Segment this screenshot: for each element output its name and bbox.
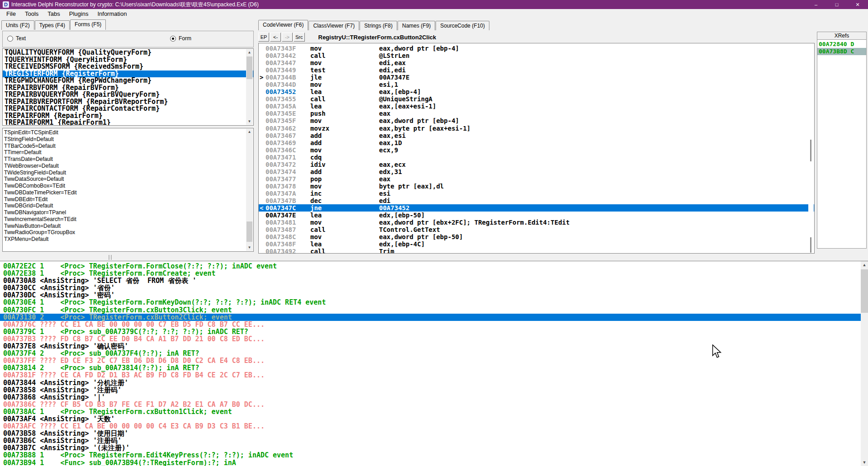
item-row[interactable]: 00A737FF ???? ED CE F3 2C C7 EB D6 D8 D6…	[0, 357, 868, 364]
class-map-item[interactable]: TwwDBComboBox=TEdit	[3, 183, 253, 189]
disasm-row[interactable]: 00A73452leaeax,[ebp-4]	[259, 88, 814, 95]
item-row[interactable]: 00A73B94 1 <Func> sub_00A73B94(?:TRegist…	[0, 459, 868, 466]
menu-plugins[interactable]: Plugins	[65, 9, 93, 19]
disasm-row[interactable]: 00A7345Fmoveax,dword ptr [ebp-4]	[259, 117, 814, 124]
class-map-item[interactable]: TwwDBDateTimePicker=TEdit	[3, 189, 253, 196]
disasm-row[interactable]: 00A73442call@LStrLen	[259, 52, 814, 59]
radio-text[interactable]: Text	[7, 35, 26, 42]
scroll-up-icon[interactable]: ▲	[246, 129, 253, 135]
close-button[interactable]: ✕	[847, 0, 868, 9]
disasm-row[interactable]: 00A73447movedi,eax	[259, 59, 814, 66]
disasm-row[interactable]: 00A73449testedi,edi	[259, 66, 814, 74]
item-row[interactable]: 00A730A8 <AnsiString> 'SELECT 省份 FROM 省份…	[0, 277, 868, 284]
item-row[interactable]: 00A737E8 <AnsiString> '确认密码'	[0, 343, 868, 350]
class-map-item[interactable]: TwwIncrementalSearch=TEdit	[3, 216, 253, 223]
toolbar-button-[interactable]: ->	[282, 33, 293, 42]
disasm-row[interactable]: 00A73471cdq	[259, 154, 814, 161]
class-map-item[interactable]: TwwDBGrid=Default	[3, 202, 253, 209]
item-row[interactable]: 00A7379C 1 <Proc> sub_00A7379C(?:?; ?:?;…	[0, 328, 868, 335]
minimize-button[interactable]: –	[806, 0, 826, 9]
disasm-row[interactable]: 00A73478movbyte ptr [eax],dl	[259, 183, 814, 190]
item-row[interactable]: 00A73814 2 <Proc> sub_00A73814(?:?); inA…	[0, 364, 868, 372]
disasm-row[interactable]: 00A7347Bdecedi	[259, 197, 814, 204]
disasm-row[interactable]: >00A7344Bjle00A7347E	[259, 74, 814, 81]
item-row[interactable]: 00A73858 <AnsiString> '注册码'	[0, 386, 868, 394]
bottom-scrollbar[interactable]: ▲ ▼	[861, 261, 868, 466]
class-list-scrollbar[interactable]: ▲ ▼	[246, 129, 253, 251]
scroll-up-icon[interactable]: ▲	[861, 261, 868, 268]
xref-item[interactable]: 00A72840 D	[817, 41, 866, 48]
disasm-row[interactable]: 00A73487callTControl.GetText	[259, 226, 814, 233]
radio-form[interactable]: Form	[170, 35, 191, 42]
item-row[interactable]: 00A72E38 1 <Proc> TRegisterForm.FormCrea…	[0, 270, 868, 277]
tab-names-f9[interactable]: Names (F9)	[398, 21, 435, 30]
scrollbar-thumb[interactable]	[810, 237, 811, 253]
code-scrollbar[interactable]	[808, 44, 814, 253]
disasm-row[interactable]: 00A73477popeax	[259, 175, 814, 183]
xref-item[interactable]: 00A73B8D C	[817, 48, 866, 55]
item-row[interactable]: 00A730DC <AnsiString> '密码'	[0, 292, 868, 299]
item-row[interactable]: 00A73B58 <AnsiString> '使用日期'	[0, 430, 868, 437]
class-map-item[interactable]: TWebBrowser=Default	[3, 163, 253, 169]
item-row[interactable]: 00A73868 <AnsiString> '|'	[0, 394, 868, 401]
forms-list-scrollbar[interactable]: ▲ ▼	[246, 49, 253, 125]
tab-forms-f5[interactable]: Forms (F5)	[70, 19, 106, 30]
item-row[interactable]: 00A730E4 1 <Proc> TRegisterForm.FormKeyD…	[0, 299, 868, 306]
disasm-row[interactable]: 00A73474addedx,31	[259, 168, 814, 175]
menu-information[interactable]: Information	[93, 9, 131, 19]
scroll-down-icon[interactable]: ▼	[246, 245, 253, 251]
disasm-row[interactable]: 00A7346Cmovecx,9	[259, 146, 814, 154]
menu-tabs[interactable]: Tabs	[43, 9, 64, 19]
toolbar-button-[interactable]: <-	[270, 33, 281, 42]
item-row[interactable]: 00A73B7C <AnsiString> '(未注册)'	[0, 444, 868, 452]
disasm-row[interactable]: 00A73469addeax,1D	[259, 139, 814, 146]
scroll-down-icon[interactable]: ▼	[246, 118, 253, 125]
item-row[interactable]: 00A7376C ???? CC E1 CA BE 00 00 00 00 C7…	[0, 321, 868, 328]
item-row[interactable]: 00A73130 2 <Proc> TRegisterForm.cxButton…	[0, 314, 868, 321]
item-row[interactable]: 00A73844 <AnsiString> '分机注册'	[0, 379, 868, 386]
disasm-row[interactable]: <00A7347Cjne00A73452	[259, 204, 814, 212]
tab-units-f2[interactable]: Units (F2)	[1, 20, 34, 30]
item-row[interactable]: 00A7386C ???? CF B5 CD B3 B7 FE CE F1 D7…	[0, 401, 868, 408]
class-map-item[interactable]: TwwDBNavigator=TPanel	[3, 209, 253, 216]
class-map-item[interactable]: TwwNavButton=Default	[3, 223, 253, 230]
tab-sourcecode-f10[interactable]: SourceCode (F10)	[436, 21, 489, 30]
item-row[interactable]: 00A73B6C <AnsiString> '注册码'	[0, 437, 868, 444]
disasm-row[interactable]: 00A73492callTrim	[259, 248, 814, 254]
disasm-row[interactable]: 00A7348Fleaedx,[ebp-4C]	[259, 240, 814, 248]
class-map-item[interactable]: TTransDate=Default	[3, 156, 253, 163]
item-row[interactable]: 00A730FC 1 <Proc> TRegisterForm.cxButton…	[0, 306, 868, 314]
disasm-row[interactable]: 00A73467addeax,esi	[259, 132, 814, 139]
menu-tools[interactable]: Tools	[20, 9, 43, 19]
class-map-item[interactable]: TXPMenu=Default	[3, 236, 253, 243]
disasm-row[interactable]: 00A7345Aleaeax,[eax+esi-1]	[259, 103, 814, 110]
class-map-item[interactable]: TStringField=Default	[3, 136, 253, 143]
tab-classviewer-f7[interactable]: ClassViewer (F7)	[308, 21, 359, 30]
scroll-down-icon[interactable]: ▼	[861, 459, 868, 466]
disasm-row[interactable]: 00A73481moveax,dword ptr [ebx+2FC]; TReg…	[259, 219, 814, 226]
item-row[interactable]: 00A73AF4 <AnsiString> '天数'	[0, 415, 868, 423]
class-map-item[interactable]: TWideStringField=Default	[3, 169, 253, 176]
scrollbar-thumb[interactable]	[810, 140, 811, 161]
class-map-item[interactable]: TwwDBEdit=TEdit	[3, 196, 253, 203]
class-map-item[interactable]: TSpinEdit=TCSpinEdit	[3, 129, 253, 136]
menu-file[interactable]: File	[2, 9, 20, 19]
disasm-row[interactable]: 00A73462movzxeax,byte ptr [eax+esi-1]	[259, 125, 814, 132]
class-map-item[interactable]: TTBarCode5=Default	[3, 143, 253, 150]
scroll-up-icon[interactable]: ▲	[246, 49, 253, 56]
scrollbar-thumb[interactable]	[861, 269, 868, 313]
toolbar-button-ep[interactable]: EP	[258, 33, 269, 42]
tab-types-f4[interactable]: Types (F4)	[35, 20, 70, 30]
class-map-item[interactable]: TTimer=Default	[3, 149, 253, 156]
class-map-item[interactable]: TwwRadioGroup=TGroupBox	[3, 229, 253, 236]
item-row[interactable]: 00A737F4 2 <Proc> sub_00A737F4(?:?); inA…	[0, 350, 868, 357]
item-row[interactable]: 00A73B88 1 <Proc> TRegisterForm.Edit4Key…	[0, 452, 868, 459]
disasm-row[interactable]: 00A7343Fmoveax,dword ptr [ebp-4]	[259, 45, 814, 52]
disasm-row[interactable]: 00A7345Epusheax	[259, 110, 814, 117]
tab-strings-f8[interactable]: Strings (F8)	[360, 21, 397, 30]
disasm-row[interactable]: 00A7344Dmovesi,1	[259, 81, 814, 88]
item-row[interactable]: 00A738AC 1 <Proc> TRegisterForm.cxButton…	[0, 408, 868, 415]
item-row[interactable]: 00A73AFC ???? CC E1 CA BE 00 00 00 00 C4…	[0, 423, 868, 430]
maximize-button[interactable]: □	[826, 0, 847, 9]
class-map-item[interactable]: TwwDataSource=Default	[3, 176, 253, 183]
